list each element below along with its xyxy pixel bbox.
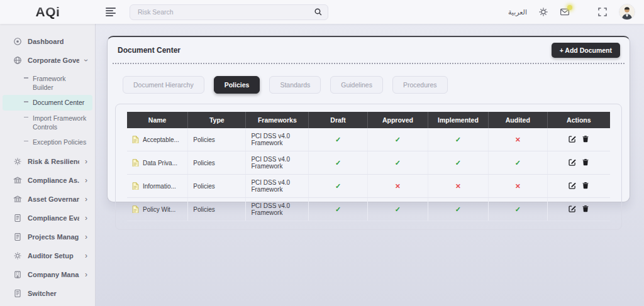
fullscreen-icon[interactable] (597, 7, 608, 17)
sidebar-item-auditor-setup[interactable]: Auditor Setup› (0, 246, 95, 265)
gear-icon (13, 251, 22, 260)
table-row: Policy Wit...PoliciesPCI DSS v4.0 Framew… (127, 198, 610, 221)
sidebar-subitem-document-center[interactable]: Document Center (3, 95, 92, 110)
sidebar-item-company-mana[interactable]: Company Mana...› (0, 265, 95, 284)
dash-icon (24, 117, 28, 118)
check-icon: ✓ (335, 205, 341, 213)
name-cell: Policy Wit... (127, 198, 188, 221)
sidebar-item-projects-manag[interactable]: Projects Manag...› (0, 227, 95, 246)
sidebar-item-switcher[interactable]: Switcher (0, 284, 95, 303)
dotted-divider (113, 63, 625, 64)
document-center-panel: Document Center + Add Document Document … (107, 36, 630, 202)
sidebar-subitem-exception-policies[interactable]: Exception Policies (3, 134, 92, 150)
documents-table-container: NameTypeFrameworksDraftApprovedImplement… (115, 104, 622, 230)
frameworks-cell: PCI DSS v4.0 Framework (246, 175, 309, 198)
sidebar-item-asset-governan[interactable]: Asset Governan...› (0, 190, 95, 209)
check-icon: ✓ (335, 136, 341, 143)
check-icon: ✓ (515, 205, 521, 213)
dash-icon (24, 77, 28, 79)
chevron-right-icon: › (85, 195, 87, 203)
type-cell: Policies (188, 198, 246, 221)
add-document-button[interactable]: + Add Document (552, 43, 620, 58)
sidebar-submenu: Framework BuilderDocument CenterImport F… (0, 70, 95, 152)
search-icon[interactable] (314, 8, 323, 16)
status-cell: ✕ (367, 175, 428, 198)
trash-icon[interactable] (582, 135, 589, 143)
status-cell: ✕ (428, 175, 488, 198)
check-icon: ✓ (455, 159, 461, 167)
table-header-row: NameTypeFrameworksDraftApprovedImplement… (127, 112, 610, 128)
menu-toggle-icon[interactable] (106, 8, 117, 16)
cross-icon: ✕ (515, 182, 521, 190)
sidebar-item-risk-resilience[interactable]: Risk & Resilience› (0, 152, 95, 171)
sidebar-subitem-import-framework-controls[interactable]: Import Framework Controls (3, 111, 92, 134)
sidebar-subitem-framework-builder[interactable]: Framework Builder (3, 71, 92, 95)
name-cell: Acceptable... (127, 128, 188, 151)
cross-icon: ✕ (395, 182, 401, 190)
tab-bar: Document HierarchyPoliciesStandardsGuide… (123, 76, 630, 94)
edit-icon[interactable] (569, 205, 576, 212)
chevron-right-icon: › (85, 271, 87, 278)
actions-cell (547, 151, 610, 175)
name-cell: Data Priva... (127, 151, 188, 175)
doc-icon (13, 214, 22, 222)
actions-cell (547, 128, 610, 151)
table-row: Data Priva...PoliciesPCI DSS v4.0 Framew… (127, 151, 610, 175)
column-header-draft[interactable]: Draft (309, 112, 368, 128)
tab-policies[interactable]: Policies (214, 76, 260, 94)
status-cell: ✓ (428, 151, 488, 175)
status-cell: ✓ (367, 128, 428, 151)
main-content: Document Center + Add Document Document … (96, 24, 644, 306)
cross-icon: ✕ (455, 182, 461, 190)
column-header-frameworks[interactable]: Frameworks (246, 112, 309, 128)
status-cell: ✓ (309, 175, 368, 198)
check-icon: ✓ (455, 136, 461, 143)
bank-icon (13, 176, 22, 185)
trash-icon[interactable] (582, 205, 589, 212)
status-cell: ✕ (488, 175, 547, 198)
actions-cell (547, 175, 610, 198)
tab-procedures[interactable]: Procedures (392, 76, 448, 94)
tab-standards[interactable]: Standards (269, 76, 321, 94)
column-header-type[interactable]: Type (188, 112, 246, 128)
frameworks-cell: PCI DSS v4.0 Framework (246, 151, 309, 175)
search-input[interactable] (130, 4, 328, 20)
column-header-actions[interactable]: Actions (547, 112, 610, 128)
document-file-icon (132, 136, 139, 144)
sidebar-item-compliance-as[interactable]: Compliance As...› (0, 171, 95, 190)
status-cell: ✓ (309, 128, 368, 151)
sidebar-item-compliance-eva[interactable]: Compliance Eva...› (0, 209, 95, 227)
tab-document-hierarchy[interactable]: Document Hierarchy (123, 76, 204, 94)
sidebar-item-dashboard[interactable]: Dashboard (0, 32, 95, 51)
building-icon (13, 270, 22, 279)
edit-icon[interactable] (569, 182, 576, 189)
status-cell: ✓ (367, 151, 428, 175)
chevron-right-icon: › (85, 252, 87, 260)
user-avatar[interactable] (619, 4, 635, 20)
check-icon: ✓ (335, 159, 341, 167)
column-header-audited[interactable]: Audited (488, 112, 547, 128)
column-header-approved[interactable]: Approved (367, 112, 428, 128)
edit-icon[interactable] (569, 135, 576, 143)
column-header-implemented[interactable]: Implemented (428, 112, 488, 128)
tab-guidelines[interactable]: Guidelines (330, 76, 383, 94)
language-switch[interactable]: العربية (508, 8, 527, 16)
settings-gear-icon[interactable] (538, 7, 548, 17)
table-row: Acceptable...PoliciesPCI DSS v4.0 Framew… (127, 128, 610, 151)
chevron-right-icon: › (85, 177, 87, 184)
trash-icon[interactable] (582, 158, 589, 166)
documents-table: NameTypeFrameworksDraftApprovedImplement… (127, 112, 610, 221)
trash-icon[interactable] (582, 182, 589, 189)
document-file-icon (132, 205, 139, 214)
sidebar-item-corporate-gove[interactable]: Corporate Gove...› (0, 51, 95, 70)
edit-icon[interactable] (569, 158, 576, 166)
status-cell: ✓ (488, 198, 547, 221)
dash-icon (24, 141, 28, 142)
doc-icon (13, 289, 22, 298)
column-header-name[interactable]: Name (127, 112, 188, 128)
chevron-right-icon: › (85, 158, 87, 165)
doc-icon (13, 232, 22, 241)
mail-icon[interactable] (560, 7, 570, 17)
sidebar-item-reports[interactable]: Reports› (0, 303, 95, 306)
document-file-icon (132, 159, 139, 167)
